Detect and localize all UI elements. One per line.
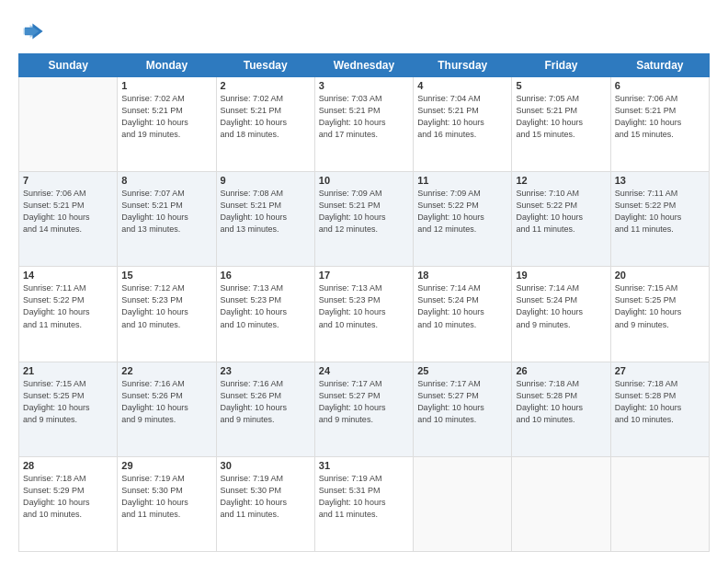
calendar-cell: 29Sunrise: 7:19 AM Sunset: 5:30 PM Dayli… bbox=[118, 456, 216, 551]
calendar-cell: 15Sunrise: 7:12 AM Sunset: 5:23 PM Dayli… bbox=[118, 267, 216, 362]
day-info: Sunrise: 7:16 AM Sunset: 5:26 PM Dayligh… bbox=[121, 378, 211, 426]
weekday-header: Saturday bbox=[610, 54, 709, 77]
day-info: Sunrise: 7:11 AM Sunset: 5:22 PM Dayligh… bbox=[615, 188, 705, 236]
day-number: 17 bbox=[319, 270, 409, 281]
day-info: Sunrise: 7:13 AM Sunset: 5:23 PM Dayligh… bbox=[221, 282, 311, 330]
calendar-cell bbox=[414, 456, 512, 551]
calendar-cell: 12Sunrise: 7:10 AM Sunset: 5:22 PM Dayli… bbox=[512, 172, 610, 267]
weekday-header: Sunday bbox=[19, 54, 118, 77]
calendar-cell: 1Sunrise: 7:02 AM Sunset: 5:21 PM Daylig… bbox=[118, 77, 216, 172]
weekday-header: Friday bbox=[512, 54, 610, 77]
calendar-week-row: 28Sunrise: 7:18 AM Sunset: 5:29 PM Dayli… bbox=[19, 456, 710, 551]
day-info: Sunrise: 7:17 AM Sunset: 5:27 PM Dayligh… bbox=[319, 378, 409, 426]
day-number: 19 bbox=[516, 270, 606, 281]
day-number: 24 bbox=[319, 365, 409, 376]
weekday-header: Monday bbox=[118, 54, 216, 77]
day-number: 13 bbox=[615, 175, 705, 186]
calendar-cell bbox=[610, 456, 709, 551]
day-info: Sunrise: 7:10 AM Sunset: 5:22 PM Dayligh… bbox=[516, 188, 606, 236]
day-number: 29 bbox=[121, 460, 211, 471]
weekday-header: Tuesday bbox=[216, 54, 314, 77]
calendar-cell: 21Sunrise: 7:15 AM Sunset: 5:25 PM Dayli… bbox=[19, 362, 118, 456]
day-info: Sunrise: 7:06 AM Sunset: 5:21 PM Dayligh… bbox=[23, 188, 113, 236]
day-number: 3 bbox=[319, 80, 409, 91]
day-number: 27 bbox=[615, 365, 705, 376]
day-number: 5 bbox=[516, 80, 606, 91]
day-number: 12 bbox=[516, 175, 606, 186]
day-info: Sunrise: 7:05 AM Sunset: 5:21 PM Dayligh… bbox=[516, 93, 606, 141]
day-info: Sunrise: 7:03 AM Sunset: 5:21 PM Dayligh… bbox=[319, 93, 409, 141]
weekday-header-row: SundayMondayTuesdayWednesdayThursdayFrid… bbox=[19, 54, 710, 77]
calendar-cell: 13Sunrise: 7:11 AM Sunset: 5:22 PM Dayli… bbox=[610, 172, 709, 267]
day-number: 18 bbox=[417, 270, 507, 281]
calendar-cell: 11Sunrise: 7:09 AM Sunset: 5:22 PM Dayli… bbox=[414, 172, 512, 267]
day-info: Sunrise: 7:18 AM Sunset: 5:28 PM Dayligh… bbox=[615, 378, 705, 426]
day-number: 14 bbox=[23, 270, 113, 281]
calendar-cell bbox=[19, 77, 118, 172]
day-number: 28 bbox=[23, 460, 113, 471]
day-info: Sunrise: 7:15 AM Sunset: 5:25 PM Dayligh… bbox=[615, 282, 705, 330]
day-info: Sunrise: 7:11 AM Sunset: 5:22 PM Dayligh… bbox=[23, 282, 113, 330]
calendar-week-row: 21Sunrise: 7:15 AM Sunset: 5:25 PM Dayli… bbox=[19, 362, 710, 456]
day-info: Sunrise: 7:02 AM Sunset: 5:21 PM Dayligh… bbox=[221, 93, 311, 141]
day-info: Sunrise: 7:14 AM Sunset: 5:24 PM Dayligh… bbox=[417, 282, 507, 330]
day-number: 1 bbox=[121, 80, 211, 91]
calendar-cell: 25Sunrise: 7:17 AM Sunset: 5:27 PM Dayli… bbox=[414, 362, 512, 456]
calendar-cell: 6Sunrise: 7:06 AM Sunset: 5:21 PM Daylig… bbox=[610, 77, 709, 172]
calendar-cell: 19Sunrise: 7:14 AM Sunset: 5:24 PM Dayli… bbox=[512, 267, 610, 362]
day-info: Sunrise: 7:16 AM Sunset: 5:26 PM Dayligh… bbox=[221, 378, 311, 426]
calendar-cell: 20Sunrise: 7:15 AM Sunset: 5:25 PM Dayli… bbox=[610, 267, 709, 362]
day-number: 10 bbox=[319, 175, 409, 186]
calendar-cell: 28Sunrise: 7:18 AM Sunset: 5:29 PM Dayli… bbox=[19, 456, 118, 551]
day-number: 20 bbox=[615, 270, 705, 281]
day-info: Sunrise: 7:19 AM Sunset: 5:31 PM Dayligh… bbox=[319, 473, 409, 521]
calendar-week-row: 1Sunrise: 7:02 AM Sunset: 5:21 PM Daylig… bbox=[19, 77, 710, 172]
day-info: Sunrise: 7:18 AM Sunset: 5:29 PM Dayligh… bbox=[23, 473, 113, 521]
calendar-week-row: 7Sunrise: 7:06 AM Sunset: 5:21 PM Daylig… bbox=[19, 172, 710, 267]
calendar-cell: 22Sunrise: 7:16 AM Sunset: 5:26 PM Dayli… bbox=[118, 362, 216, 456]
calendar-cell: 3Sunrise: 7:03 AM Sunset: 5:21 PM Daylig… bbox=[314, 77, 413, 172]
day-number: 23 bbox=[221, 365, 311, 376]
day-number: 9 bbox=[221, 175, 311, 186]
day-number: 26 bbox=[516, 365, 606, 376]
page: SundayMondayTuesdayWednesdayThursdayFrid… bbox=[0, 0, 728, 563]
day-number: 2 bbox=[221, 80, 311, 91]
calendar-cell: 18Sunrise: 7:14 AM Sunset: 5:24 PM Dayli… bbox=[414, 267, 512, 362]
calendar-cell: 4Sunrise: 7:04 AM Sunset: 5:21 PM Daylig… bbox=[414, 77, 512, 172]
day-number: 8 bbox=[121, 175, 211, 186]
day-number: 15 bbox=[121, 270, 211, 281]
weekday-header: Wednesday bbox=[314, 54, 413, 77]
day-number: 30 bbox=[221, 460, 311, 471]
calendar-cell: 2Sunrise: 7:02 AM Sunset: 5:21 PM Daylig… bbox=[216, 77, 314, 172]
calendar-cell: 16Sunrise: 7:13 AM Sunset: 5:23 PM Dayli… bbox=[216, 267, 314, 362]
day-info: Sunrise: 7:06 AM Sunset: 5:21 PM Dayligh… bbox=[615, 93, 705, 141]
calendar-cell: 17Sunrise: 7:13 AM Sunset: 5:23 PM Dayli… bbox=[314, 267, 413, 362]
calendar-cell: 9Sunrise: 7:08 AM Sunset: 5:21 PM Daylig… bbox=[216, 172, 314, 267]
day-info: Sunrise: 7:04 AM Sunset: 5:21 PM Dayligh… bbox=[417, 93, 507, 141]
day-info: Sunrise: 7:18 AM Sunset: 5:28 PM Dayligh… bbox=[516, 378, 606, 426]
header bbox=[18, 15, 710, 44]
day-info: Sunrise: 7:15 AM Sunset: 5:25 PM Dayligh… bbox=[23, 378, 113, 426]
day-number: 6 bbox=[615, 80, 705, 91]
day-number: 31 bbox=[319, 460, 409, 471]
day-info: Sunrise: 7:17 AM Sunset: 5:27 PM Dayligh… bbox=[417, 378, 507, 426]
day-number: 22 bbox=[121, 365, 211, 376]
day-number: 25 bbox=[417, 365, 507, 376]
day-number: 11 bbox=[417, 175, 507, 186]
calendar-cell: 26Sunrise: 7:18 AM Sunset: 5:28 PM Dayli… bbox=[512, 362, 610, 456]
calendar-cell: 30Sunrise: 7:19 AM Sunset: 5:30 PM Dayli… bbox=[216, 456, 314, 551]
calendar-cell: 10Sunrise: 7:09 AM Sunset: 5:21 PM Dayli… bbox=[314, 172, 413, 267]
day-info: Sunrise: 7:14 AM Sunset: 5:24 PM Dayligh… bbox=[516, 282, 606, 330]
day-number: 16 bbox=[221, 270, 311, 281]
day-info: Sunrise: 7:13 AM Sunset: 5:23 PM Dayligh… bbox=[319, 282, 409, 330]
weekday-header: Thursday bbox=[414, 54, 512, 77]
calendar-cell: 23Sunrise: 7:16 AM Sunset: 5:26 PM Dayli… bbox=[216, 362, 314, 456]
calendar-cell: 7Sunrise: 7:06 AM Sunset: 5:21 PM Daylig… bbox=[19, 172, 118, 267]
calendar-cell: 24Sunrise: 7:17 AM Sunset: 5:27 PM Dayli… bbox=[314, 362, 413, 456]
day-info: Sunrise: 7:12 AM Sunset: 5:23 PM Dayligh… bbox=[121, 282, 211, 330]
day-info: Sunrise: 7:07 AM Sunset: 5:21 PM Dayligh… bbox=[121, 188, 211, 236]
day-info: Sunrise: 7:19 AM Sunset: 5:30 PM Dayligh… bbox=[121, 473, 211, 521]
calendar-cell: 14Sunrise: 7:11 AM Sunset: 5:22 PM Dayli… bbox=[19, 267, 118, 362]
day-number: 21 bbox=[23, 365, 113, 376]
day-info: Sunrise: 7:19 AM Sunset: 5:30 PM Dayligh… bbox=[221, 473, 311, 521]
